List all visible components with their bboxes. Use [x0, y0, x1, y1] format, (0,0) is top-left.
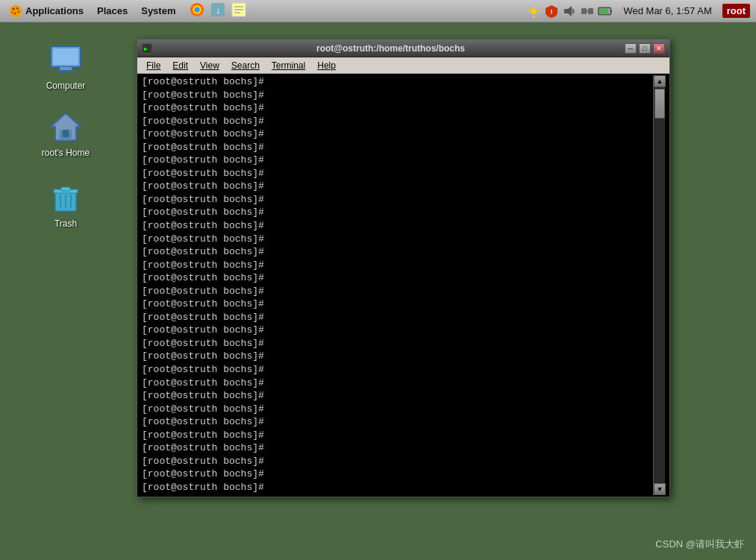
download-icon-btn[interactable]: ↓	[210, 1, 226, 21]
watermark: CSDN @请叫我大虾	[655, 538, 744, 551]
terminal-line: [root@ostruth bochs]#	[142, 154, 653, 167]
download-icon: ↓	[210, 1, 226, 18]
terminal-line: [root@ostruth bochs]#	[142, 481, 653, 494]
firefox-icon	[189, 1, 205, 18]
scrollbar-up-button[interactable]: ▲	[654, 75, 666, 87]
terminal-content[interactable]: [root@ostruth bochs]# [root@ostruth boch…	[137, 74, 669, 497]
taskbar-applications[interactable]: Applications	[3, 3, 90, 19]
menu-edit[interactable]: Edit	[166, 59, 194, 72]
terminal-titlebar: ▶ root@ostruth:/home/truthos/bochs ─ □ ✕	[137, 40, 669, 57]
terminal-line: [root@ostruth bochs]#	[142, 167, 653, 180]
tray-icons: !	[526, 4, 613, 19]
trash-svg	[48, 180, 84, 215]
username-badge: root	[722, 4, 750, 18]
terminal-line: [root@ostruth bochs]#	[142, 193, 653, 207]
svg-point-15	[531, 8, 537, 14]
taskbar-system[interactable]: System	[135, 4, 181, 18]
menu-search[interactable]: Search	[225, 59, 266, 72]
terminal-line: [root@ostruth bochs]#	[142, 259, 653, 272]
terminal-line: [root@ostruth bochs]#	[142, 429, 653, 442]
terminal-line: [root@ostruth bochs]#	[142, 271, 653, 285]
home-svg	[48, 109, 84, 145]
terminal-line: [root@ostruth bochs]#	[142, 233, 653, 246]
terminal-line: [root@ostruth bochs]#	[142, 101, 653, 115]
notes-icon-btn[interactable]	[231, 1, 247, 21]
close-button[interactable]: ✕	[653, 43, 665, 54]
svg-point-2	[16, 7, 19, 9]
terminal-line: [root@ostruth bochs]#	[142, 206, 653, 219]
firefox-icon-btn[interactable]	[189, 1, 205, 21]
terminal-line: [root@ostruth bochs]#	[142, 245, 653, 259]
svg-rect-30	[60, 67, 72, 70]
terminal-line: [root@ostruth bochs]#	[142, 311, 653, 324]
svg-point-4	[14, 12, 16, 14]
svg-rect-23	[588, 8, 593, 14]
taskbar-right: !	[526, 4, 756, 19]
applications-label: Applications	[25, 5, 84, 16]
menu-help[interactable]: Help	[311, 59, 342, 72]
svg-text:▶: ▶	[144, 45, 148, 52]
svg-rect-29	[53, 48, 78, 65]
terminal-line: [root@ostruth bochs]#	[142, 219, 653, 233]
trash-label: Trash	[54, 218, 77, 229]
terminal-line: [root@ostruth bochs]#	[142, 285, 653, 298]
network-icon[interactable]	[580, 4, 595, 19]
terminal-icon: ▶	[142, 43, 152, 54]
computer-svg	[48, 42, 84, 78]
terminal-line: [root@ostruth bochs]#	[142, 324, 653, 337]
svg-rect-34	[63, 130, 69, 137]
computer-label: Computer	[46, 81, 86, 91]
terminal-line: [root@ostruth bochs]#	[142, 455, 653, 468]
trash-icon-img	[48, 180, 84, 215]
terminal-line: [root@ostruth bochs]#	[142, 468, 653, 481]
svg-rect-27	[599, 8, 609, 13]
minimize-button[interactable]: ─	[625, 43, 637, 54]
terminal-line: [root@ostruth bochs]#	[142, 363, 653, 377]
menu-file[interactable]: File	[140, 59, 166, 72]
terminal-line: [root@ostruth bochs]#	[142, 389, 653, 403]
taskbar: Applications Places System ↓	[0, 0, 756, 22]
places-label: Places	[97, 5, 128, 16]
terminal-line: [root@ostruth bochs]#	[142, 377, 653, 390]
maximize-button[interactable]: □	[639, 43, 651, 54]
system-label: System	[141, 5, 175, 16]
datetime: Wed Mar 6, 1:57 AM	[623, 5, 711, 16]
svg-rect-26	[611, 10, 613, 13]
terminal-scrollbar[interactable]: ▲ ▼	[653, 75, 665, 495]
volume-icon[interactable]	[562, 4, 577, 19]
svg-point-1	[12, 7, 15, 10]
terminal-line: [root@ostruth bochs]#	[142, 415, 653, 429]
menu-view[interactable]: View	[194, 59, 225, 72]
svg-point-0	[10, 4, 22, 17]
window-controls: ─ □ ✕	[625, 43, 665, 54]
svg-marker-21	[564, 6, 572, 16]
scrollbar-track[interactable]	[654, 87, 665, 483]
desktop-icon-computer[interactable]: Computer	[36, 37, 96, 95]
terminal-text-area[interactable]: [root@ostruth bochs]# [root@ostruth boch…	[142, 75, 653, 495]
terminal-line: [root@ostruth bochs]#	[142, 75, 653, 89]
terminal-title: root@ostruth:/home/truthos/bochs	[157, 43, 625, 54]
terminal-line: [root@ostruth bochs]#	[142, 350, 653, 363]
terminal-line: [root@ostruth bochs]#	[142, 141, 653, 154]
svg-point-8	[195, 7, 200, 12]
desktop-icon-trash[interactable]: Trash	[36, 175, 96, 233]
terminal-window: ▶ root@ostruth:/home/truthos/bochs ─ □ ✕…	[137, 39, 670, 497]
svg-text:!: !	[551, 8, 553, 16]
home-label: root's Home	[42, 148, 90, 158]
desktop-icon-home[interactable]: root's Home	[36, 104, 96, 163]
terminal-line: [root@ostruth bochs]#	[142, 298, 653, 311]
battery-icon[interactable]	[598, 4, 613, 19]
brightness-icon[interactable]	[526, 4, 541, 19]
scrollbar-down-button[interactable]: ▼	[654, 483, 666, 495]
scrollbar-thumb[interactable]	[655, 89, 665, 119]
menu-terminal[interactable]: Terminal	[266, 59, 311, 72]
taskbar-places[interactable]: Places	[91, 4, 134, 18]
terminal-line: [root@ostruth bochs]#	[142, 494, 653, 496]
notes-icon	[231, 1, 247, 18]
terminal-menubar: File Edit View Search Terminal Help	[137, 57, 669, 74]
terminal-line: [root@ostruth bochs]#	[142, 337, 653, 350]
svg-rect-31	[55, 70, 76, 72]
svg-point-3	[17, 10, 19, 13]
alert-icon[interactable]: !	[544, 4, 559, 19]
shield-icon: !	[544, 4, 559, 19]
